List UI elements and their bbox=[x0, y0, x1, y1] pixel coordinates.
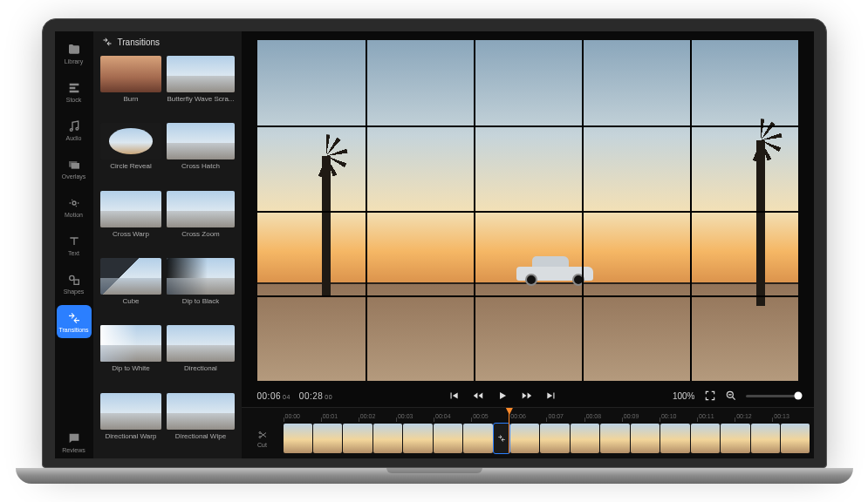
timeline-clip[interactable] bbox=[313, 424, 342, 453]
cut-label: Cut bbox=[257, 442, 267, 448]
transition-item[interactable]: Directional bbox=[167, 325, 234, 387]
svg-point-5 bbox=[69, 275, 73, 280]
nav-stock[interactable]: Stock bbox=[57, 75, 92, 108]
nav-audio[interactable]: Audio bbox=[57, 113, 92, 146]
transitions-panel: Transitions BurnButterfly Wave Scra...Ci… bbox=[93, 31, 242, 458]
playback-controls: 00:0604 00:2800 100 bbox=[242, 384, 814, 407]
transition-thumbnail bbox=[100, 325, 162, 362]
transition-label: Burn bbox=[124, 95, 139, 103]
transition-item[interactable]: Cross Zoom bbox=[167, 191, 234, 253]
transition-label: Dip to Black bbox=[182, 297, 220, 305]
transition-item[interactable]: Burn bbox=[100, 56, 162, 118]
svg-rect-6 bbox=[74, 280, 79, 284]
video-preview[interactable] bbox=[257, 40, 798, 381]
transition-item[interactable]: Cross Hatch bbox=[167, 123, 234, 185]
timeline-clip[interactable] bbox=[343, 424, 372, 453]
playhead[interactable] bbox=[509, 410, 509, 453]
svg-point-1 bbox=[76, 127, 79, 130]
svg-rect-3 bbox=[71, 163, 79, 169]
transition-item[interactable]: Dip to Black bbox=[167, 258, 234, 320]
transition-thumbnail bbox=[167, 258, 234, 295]
nav-overlays[interactable]: Overlays bbox=[57, 152, 92, 185]
timeline-clip[interactable] bbox=[434, 424, 462, 453]
timeline-clip[interactable] bbox=[781, 424, 810, 453]
transition-thumbnail bbox=[100, 123, 162, 159]
transition-label: Directional bbox=[184, 364, 217, 372]
nav-label: Library bbox=[65, 58, 83, 64]
timeline-clip[interactable] bbox=[721, 424, 749, 453]
transition-item[interactable]: Dip to White bbox=[100, 325, 162, 387]
folder-icon bbox=[67, 43, 81, 57]
sidebar-nav: Library Stock Audio Overlays bbox=[55, 31, 93, 458]
timeline-transition[interactable] bbox=[494, 424, 509, 453]
svg-point-4 bbox=[72, 201, 76, 205]
total-time: 00:2800 bbox=[299, 391, 332, 401]
zoom-slider[interactable] bbox=[746, 395, 798, 397]
zoom-out-button[interactable] bbox=[725, 390, 737, 402]
nav-motion[interactable]: Motion bbox=[57, 190, 92, 223]
transition-thumbnail bbox=[100, 393, 162, 430]
nav-library[interactable]: Library bbox=[57, 37, 92, 70]
transition-thumbnail bbox=[100, 56, 162, 92]
transition-label: Directional Warp bbox=[106, 432, 157, 440]
nav-label: Shapes bbox=[64, 288, 85, 295]
nav-reviews[interactable]: Reviews bbox=[57, 425, 92, 458]
scissors-icon bbox=[257, 430, 268, 440]
transition-item[interactable]: Cross Warp bbox=[100, 191, 162, 253]
text-icon bbox=[67, 234, 81, 248]
timeline-clip[interactable] bbox=[463, 424, 492, 453]
nav-label: Transitions bbox=[59, 327, 89, 333]
fullscreen-button[interactable] bbox=[704, 390, 716, 402]
transition-item[interactable]: Cube bbox=[100, 258, 162, 320]
nav-label: Audio bbox=[66, 135, 82, 141]
nav-label: Stock bbox=[66, 97, 82, 103]
nav-label: Overlays bbox=[62, 173, 86, 180]
main-area: 00:0604 00:2800 100 bbox=[242, 31, 814, 458]
forward-button[interactable] bbox=[521, 390, 533, 402]
timeline-ruler[interactable]: 00:0000:0100:0200:0300:0400:0500:0600:07… bbox=[242, 408, 814, 422]
overlays-icon bbox=[67, 158, 81, 172]
timeline-clip[interactable] bbox=[284, 424, 312, 453]
transitions-icon bbox=[102, 37, 113, 47]
transition-thumbnail bbox=[167, 393, 234, 430]
timeline-clip[interactable] bbox=[373, 424, 402, 453]
current-time: 00:0604 bbox=[257, 391, 290, 401]
skip-start-button[interactable] bbox=[448, 390, 460, 402]
timeline-clip[interactable] bbox=[751, 424, 780, 453]
nav-label: Reviews bbox=[62, 447, 85, 453]
transition-label: Cross Hatch bbox=[181, 162, 220, 170]
timeline-clip[interactable] bbox=[571, 424, 599, 453]
timeline-clip[interactable] bbox=[691, 424, 720, 453]
nav-shapes[interactable]: Shapes bbox=[57, 267, 92, 300]
timeline-clip[interactable] bbox=[540, 424, 569, 453]
transition-label: Directional Wipe bbox=[175, 432, 226, 440]
timeline-clip[interactable] bbox=[600, 424, 629, 453]
transition-thumbnail bbox=[100, 191, 162, 227]
transitions-grid[interactable]: BurnButterfly Wave Scra...Circle RevealC… bbox=[93, 52, 242, 458]
transition-item[interactable]: Butterfly Wave Scra... bbox=[167, 56, 234, 118]
transition-thumbnail bbox=[167, 123, 234, 159]
transition-item[interactable]: Circle Reveal bbox=[100, 123, 162, 185]
transition-label: Cross Zoom bbox=[181, 230, 220, 238]
play-button[interactable] bbox=[496, 390, 509, 402]
stock-icon bbox=[67, 81, 81, 95]
transition-item[interactable]: Directional Wipe bbox=[167, 393, 234, 455]
transition-label: Butterfly Wave Scra... bbox=[167, 95, 234, 103]
rewind-button[interactable] bbox=[472, 390, 484, 402]
panel-title: Transitions bbox=[118, 37, 161, 47]
timeline-clip[interactable] bbox=[631, 424, 660, 453]
svg-point-0 bbox=[70, 128, 72, 131]
skip-end-button[interactable] bbox=[545, 390, 557, 402]
nav-text[interactable]: Text bbox=[57, 228, 92, 261]
transition-thumbnail bbox=[167, 191, 234, 227]
chat-icon bbox=[67, 431, 81, 445]
transition-item[interactable]: Directional Warp bbox=[100, 393, 162, 455]
timeline-clip[interactable] bbox=[403, 424, 432, 453]
timeline-clip[interactable] bbox=[660, 424, 689, 453]
cut-tool[interactable]: Cut bbox=[245, 430, 280, 448]
nav-transitions[interactable]: Transitions bbox=[57, 305, 92, 338]
timeline-clip[interactable] bbox=[510, 424, 539, 453]
transitions-icon bbox=[67, 311, 81, 325]
panel-header: Transitions bbox=[93, 31, 242, 52]
timeline-track[interactable] bbox=[284, 424, 810, 453]
